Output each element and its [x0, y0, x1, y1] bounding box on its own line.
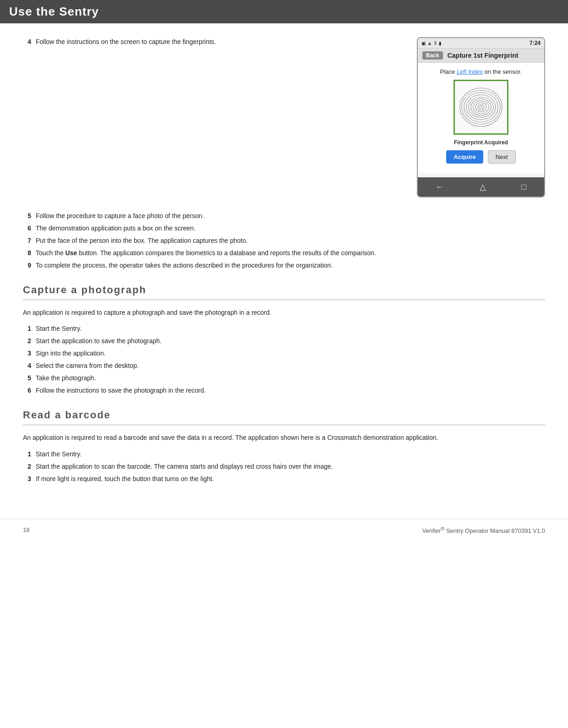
phone-status-icons: ▣ ▲ ⊼ ▮: [421, 41, 442, 46]
capture-step-text-1: Start the Sentry.: [36, 324, 545, 334]
phone-nav-bar: Back Capture 1st Fingerprint: [418, 49, 544, 63]
capture-step-text-2: Start the application to save the photog…: [36, 336, 545, 346]
acquire-button[interactable]: Acquire: [446, 150, 483, 164]
barcode-steps-list: 1 Start the Sentry. 2 Start the applicat…: [23, 449, 545, 484]
fingerprint-image: [458, 84, 504, 130]
footer-page-number: 18: [23, 526, 29, 533]
next-button[interactable]: Next: [488, 150, 516, 164]
capture-step-num-6: 6: [23, 386, 31, 395]
capture-section-divider: [23, 300, 545, 300]
step-content-8: Touch the Use button. The application co…: [36, 248, 545, 258]
step-4-text-col: 4 Follow the instructions on the screen …: [23, 37, 399, 197]
step-number-6: 6: [23, 224, 31, 233]
phone-bottom-nav: ← △ □: [418, 177, 544, 197]
home-nav-icon[interactable]: △: [480, 182, 486, 192]
capture-section-heading: Capture a photograph: [23, 284, 545, 296]
capture-section-intro: An application is required to capture a …: [23, 307, 545, 317]
back-nav-icon[interactable]: ←: [436, 182, 444, 192]
capture-step-text-6: Follow the instructions to save the phot…: [36, 386, 545, 395]
barcode-step-num-1: 1: [23, 449, 31, 459]
step-4-section: 4 Follow the instructions on the screen …: [23, 37, 545, 197]
capture-step-num-2: 2: [23, 336, 31, 346]
barcode-step-text-3: If more light is required, touch the but…: [36, 474, 545, 484]
capture-step-num-5: 5: [23, 373, 31, 383]
steps-5-9: 5 Follow the procedure to capture a face…: [23, 211, 545, 270]
phone-nav-title: Capture 1st Fingerprint: [448, 52, 519, 59]
svg-rect-10: [458, 84, 504, 130]
step-item-5: 5 Follow the procedure to capture a face…: [23, 211, 545, 221]
step-number-4: 4: [23, 37, 31, 47]
place-text-prefix: Place: [440, 68, 457, 75]
capture-step-num-4: 4: [23, 361, 31, 371]
barcode-step-1: 1 Start the Sentry.: [23, 449, 545, 459]
page-footer: 18 Verifier® Sentry Operator Manual 8703…: [0, 519, 568, 541]
capture-step-text-4: Select the camera from the desktop.: [36, 361, 545, 371]
barcode-section-divider: [23, 425, 545, 425]
barcode-step-text-1: Start the Sentry.: [36, 449, 545, 459]
place-text-link[interactable]: Left Index: [457, 68, 483, 75]
phone-time: 7:24: [530, 40, 541, 46]
barcode-step-text-2: Start the application to scan the barcod…: [36, 462, 545, 471]
capture-step-num-3: 3: [23, 349, 31, 358]
step-content-5: Follow the procedure to capture a face p…: [36, 211, 545, 221]
capture-step-5: 5 Take the photograph.: [23, 373, 545, 383]
capture-step-2: 2 Start the application to save the phot…: [23, 336, 545, 346]
step-item-8: 8 Touch the Use button. The application …: [23, 248, 545, 258]
capture-step-4: 4 Select the camera from the desktop.: [23, 361, 545, 371]
capture-step-text-3: Sign into the application.: [36, 349, 545, 358]
recents-nav-icon[interactable]: □: [521, 182, 526, 192]
step-number-8: 8: [23, 248, 31, 258]
capture-step-num-1: 1: [23, 324, 31, 334]
phone-status-bar: ▣ ▲ ⊼ ▮ 7:24: [418, 38, 544, 49]
fingerprint-acquired-label: Fingerprint Acquired: [423, 139, 539, 146]
capture-steps-list: 1 Start the Sentry. 2 Start the applicat…: [23, 324, 545, 395]
place-text-suffix: on the sensor.: [483, 68, 522, 75]
footer-doc-title: Verifier® Sentry Operator Manual 870391 …: [422, 526, 545, 534]
step-content-9: To complete the process, the operator ta…: [36, 261, 545, 270]
wifi-icon: ⊼: [434, 41, 437, 46]
step-item-9: 9 To complete the process, the operator …: [23, 261, 545, 270]
phone-mockup-col: ▣ ▲ ⊼ ▮ 7:24 Back Capture 1st Fingerprin…: [417, 37, 545, 197]
sim-icon: ▣: [421, 41, 426, 46]
step-content-6: The demonstration application puts a box…: [36, 224, 545, 233]
barcode-step-num-3: 3: [23, 474, 31, 484]
page-content: 4 Follow the instructions on the screen …: [0, 23, 568, 505]
use-bold: Use: [66, 249, 77, 257]
page-title: Use the Sentry: [9, 5, 99, 19]
step-content-7: Put the face of the person into the box.…: [36, 236, 545, 246]
barcode-step-num-2: 2: [23, 462, 31, 471]
barcode-step-2: 2 Start the application to scan the barc…: [23, 462, 545, 471]
barcode-section-heading: Read a barcode: [23, 409, 545, 421]
step-number-7: 7: [23, 236, 31, 246]
back-button[interactable]: Back: [422, 51, 443, 60]
barcode-step-3: 3 If more light is required, touch the b…: [23, 474, 545, 484]
capture-step-3: 3 Sign into the application.: [23, 349, 545, 358]
barcode-section-intro: An application is required to read a bar…: [23, 432, 545, 443]
step-content-4: Follow the instructions on the screen to…: [36, 37, 399, 47]
step-item-4: 4 Follow the instructions on the screen …: [23, 37, 399, 47]
signal-icon: ▲: [427, 41, 432, 46]
phone-mockup: ▣ ▲ ⊼ ▮ 7:24 Back Capture 1st Fingerprin…: [417, 37, 545, 197]
capture-step-6: 6 Follow the instructions to save the ph…: [23, 386, 545, 395]
step-item-7: 7 Put the face of the person into the bo…: [23, 236, 545, 246]
capture-step-text-5: Take the photograph.: [36, 373, 545, 383]
page-header: Use the Sentry: [0, 0, 568, 23]
fingerprint-display-box: [453, 80, 508, 135]
phone-body: Place Left Index on the sensor.: [418, 63, 544, 173]
phone-action-buttons: Acquire Next: [423, 150, 539, 164]
battery-icon: ▮: [439, 41, 442, 46]
step-number-5: 5: [23, 211, 31, 221]
capture-step-1: 1 Start the Sentry.: [23, 324, 545, 334]
place-instruction: Place Left Index on the sensor.: [423, 68, 539, 75]
step-item-6: 6 The demonstration application puts a b…: [23, 224, 545, 233]
step-number-9: 9: [23, 261, 31, 270]
